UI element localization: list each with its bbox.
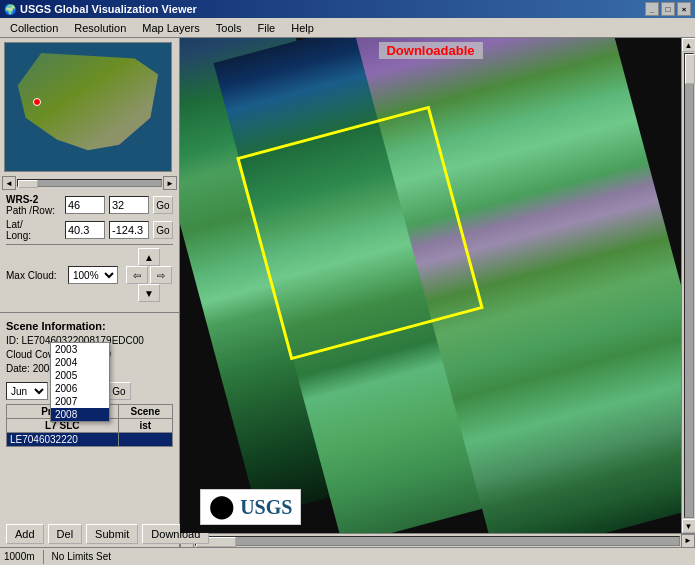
limits-display: No Limits Set (52, 551, 111, 562)
wrs2-label: WRS-2 (6, 194, 61, 205)
path-go-button[interactable]: Go (153, 196, 173, 214)
year-dropdown[interactable]: 2003 2004 2005 2006 2007 2008 (50, 342, 110, 422)
vscroll-track[interactable] (684, 53, 694, 518)
hscroll-track[interactable] (195, 536, 680, 546)
usgs-text: USGS (240, 496, 292, 518)
menu-map-layers[interactable]: Map Layers (134, 18, 207, 37)
long-input[interactable] (109, 221, 149, 239)
next-scene-col-header: Scene (118, 405, 172, 419)
path-input[interactable] (65, 196, 105, 214)
left-panel: ◄ ► WRS-2 Path /Row: Go Lat/ Long: (0, 38, 180, 547)
nav-right-button[interactable]: ⇨ (150, 266, 172, 284)
close-button[interactable]: × (677, 2, 691, 16)
nav-left-button[interactable]: ⇦ (126, 266, 148, 284)
scale-display: 1000m (4, 551, 35, 562)
scene-info-title: Scene Information: (6, 320, 173, 332)
title-bar-left: 🌍 USGS Global Visualization Viewer (4, 3, 197, 15)
minimap-scroll-right[interactable]: ► (163, 176, 177, 190)
viewport-hscrollbar: ◄ ► (180, 533, 695, 547)
window-title: USGS Global Visualization Viewer (20, 3, 197, 15)
bottom-buttons: Add Del Submit Download (0, 521, 179, 547)
dropdown-item-2004[interactable]: 2004 (51, 356, 109, 369)
usgs-logo: ⬤ USGS (200, 489, 301, 525)
date-go-button[interactable]: Go (107, 382, 131, 400)
row-input[interactable] (109, 196, 149, 214)
cloud-select[interactable]: 100% 0%10%20%30% 40%50%60%70% 80%90% (68, 266, 118, 284)
minimap-scrollbar-thumb[interactable] (18, 180, 38, 188)
satellite-view: ⬤ USGS (180, 38, 681, 533)
lat-label: Lat/ (6, 219, 61, 230)
title-bar-controls[interactable]: _ □ × (645, 2, 691, 16)
menu-bar: Collection Resolution Map Layers Tools F… (0, 18, 695, 38)
minimap-scroll-left[interactable]: ◄ (2, 176, 16, 190)
maximize-button[interactable]: □ (661, 2, 675, 16)
viewport-vscrollbar: ▲ ▼ (681, 38, 695, 533)
wrs-controls: WRS-2 Path /Row: Go Lat/ Long: Go Max C (0, 190, 179, 309)
submit-button[interactable]: Submit (86, 524, 138, 544)
scene-id-cell: LE7046032220 (7, 433, 119, 447)
scene-table-area: 2003 2004 2005 2006 2007 2008 Prev Sce S… (0, 402, 179, 449)
long-label: Long: (6, 230, 61, 241)
minimize-button[interactable]: _ (645, 2, 659, 16)
usgs-symbol: ⬤ (209, 494, 240, 519)
status-divider (43, 550, 44, 564)
nav-controls: ▲ ⇦ ⇨ ▼ (126, 248, 172, 302)
dropdown-item-2006[interactable]: 2006 (51, 382, 109, 395)
path-row-control: WRS-2 Path /Row: Go (6, 194, 173, 216)
status-bar: 1000m No Limits Set (0, 547, 695, 565)
max-cloud-label: Max Cloud: (6, 270, 64, 281)
menu-collection[interactable]: Collection (2, 18, 66, 37)
month-select[interactable]: Jun JanFebMarApr MayJulAugSep OctNovDec (6, 382, 48, 400)
vscroll-up-button[interactable]: ▲ (682, 38, 696, 52)
latlong-go-button[interactable]: Go (153, 221, 173, 239)
vscroll-down-button[interactable]: ▼ (682, 519, 696, 533)
dropdown-item-2008[interactable]: 2008 (51, 408, 109, 421)
menu-file[interactable]: File (249, 18, 283, 37)
minimap-scrollbar-track[interactable] (17, 179, 162, 187)
nav-horiz: ⇦ ⇨ (126, 266, 172, 284)
add-button[interactable]: Add (6, 524, 44, 544)
cloud-control: Max Cloud: 100% 0%10%20%30% 40%50%60%70%… (6, 248, 173, 302)
viewport-container: Downloadable ⬤ USGS ▲ (180, 38, 695, 547)
minimap-location-marker (33, 98, 41, 106)
title-bar: 🌍 USGS Global Visualization Viewer _ □ × (0, 0, 695, 18)
list-col-header: ist (118, 419, 172, 433)
divider-1 (6, 244, 173, 245)
scene-extra-cell (118, 433, 172, 447)
menu-tools[interactable]: Tools (208, 18, 250, 37)
vscroll-thumb[interactable] (685, 54, 695, 84)
lat-long-control: Lat/ Long: Go (6, 219, 173, 241)
hscroll-right-button[interactable]: ► (681, 534, 695, 548)
del-button[interactable]: Del (48, 524, 83, 544)
main-viewport[interactable]: Downloadable ⬤ USGS (180, 38, 681, 533)
dropdown-item-2003[interactable]: 2003 (51, 343, 109, 356)
lat-input[interactable] (65, 221, 105, 239)
path-row-label: Path /Row: (6, 205, 61, 216)
dropdown-item-2007[interactable]: 2007 (51, 395, 109, 408)
table-row[interactable]: LE7046032220 (7, 433, 173, 447)
minimap-hscroll: ◄ ► (0, 176, 179, 190)
menu-resolution[interactable]: Resolution (66, 18, 134, 37)
nav-up-button[interactable]: ▲ (138, 248, 160, 266)
mini-map[interactable] (4, 42, 172, 172)
menu-help[interactable]: Help (283, 18, 322, 37)
nav-down-button[interactable]: ▼ (138, 284, 160, 302)
downloadable-label: Downloadable (378, 42, 482, 59)
dropdown-item-2005[interactable]: 2005 (51, 369, 109, 382)
app-icon: 🌍 (4, 4, 16, 15)
divider-2 (0, 312, 179, 313)
